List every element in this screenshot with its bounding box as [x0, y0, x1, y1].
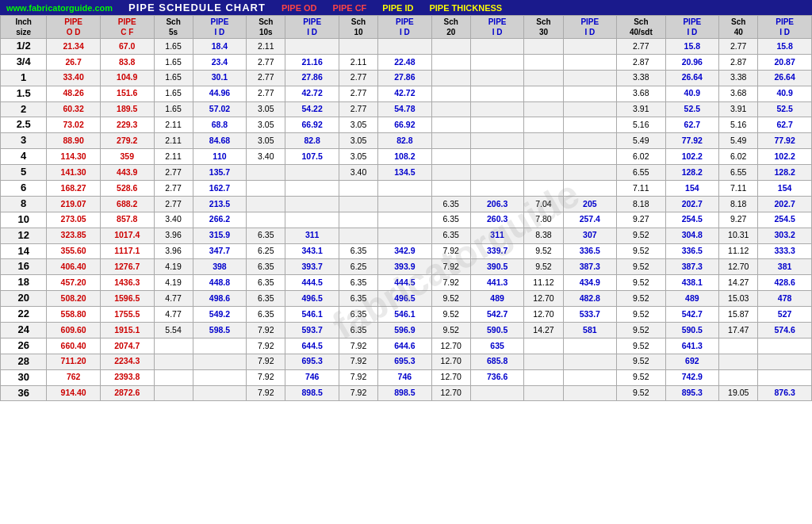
table-cell: 15.87 — [719, 307, 758, 323]
table-cell: 266.2 — [193, 212, 247, 228]
table-cell: 6.25 — [247, 243, 285, 259]
table-cell: 40.9 — [665, 86, 719, 101]
table-cell: 609.60 — [47, 323, 101, 338]
table-cell: 2 — [1, 101, 47, 117]
table-cell: 18.4 — [193, 39, 247, 55]
table-cell: 1.65 — [154, 39, 193, 55]
table-cell: 3.05 — [339, 149, 377, 165]
table-cell: 114.30 — [47, 149, 101, 165]
table-cell: 2.77 — [154, 181, 193, 197]
table-cell: 154 — [665, 181, 719, 197]
table-cell: 3.96 — [154, 228, 193, 243]
table-cell: 5.54 — [154, 323, 193, 338]
table-cell: 206.3 — [470, 196, 524, 212]
table-cell: 54.78 — [378, 101, 432, 117]
table-cell: 304.8 — [665, 228, 719, 243]
table-cell — [563, 70, 617, 86]
table-cell: 26.64 — [758, 70, 812, 86]
table-cell — [339, 196, 377, 212]
table-cell: 52.5 — [665, 101, 719, 117]
table-cell — [524, 165, 563, 181]
table-cell — [470, 385, 524, 401]
table-cell: 108.2 — [378, 149, 432, 165]
table-cell: 168.27 — [47, 181, 101, 197]
table-cell: 6.35 — [339, 243, 377, 259]
table-cell: 895.3 — [665, 385, 719, 401]
table-cell: 762 — [47, 369, 101, 385]
table-cell: 7.92 — [247, 369, 285, 385]
chart-title: PIPE SCHEDULE CHART — [128, 2, 266, 13]
table-cell: 3.05 — [247, 117, 285, 133]
table-cell: 2.11 — [154, 149, 193, 165]
table-row: 3/426.783.81.6523.42.7721.162.1122.482.8… — [1, 54, 812, 70]
table-cell: 6.35 — [247, 275, 285, 291]
table-container: Inchsize PIPEO D PIPEC F Sch5s PIPEI D S… — [0, 15, 812, 401]
table-cell: 7.92 — [247, 323, 285, 338]
table-cell: 12.70 — [431, 338, 470, 354]
table-cell: 695.3 — [285, 354, 339, 369]
table-cell: 15.8 — [758, 39, 812, 55]
table-cell: 66.92 — [285, 117, 339, 133]
table-row: 16406.401276.74.193986.35393.76.25393.97… — [1, 259, 812, 275]
table-cell: 27.86 — [285, 70, 339, 86]
table-cell — [431, 181, 470, 197]
table-cell: 1017.4 — [100, 228, 154, 243]
table-cell: 342.9 — [378, 243, 432, 259]
table-cell: 11.12 — [524, 275, 563, 291]
table-cell: 2393.8 — [100, 369, 154, 385]
table-cell: 558.80 — [47, 307, 101, 323]
table-cell: 1/2 — [1, 39, 47, 55]
table-row: 14355.601117.13.96347.76.25343.16.35342.… — [1, 243, 812, 259]
table-cell: 508.20 — [47, 291, 101, 307]
table-cell: 21.34 — [47, 39, 101, 55]
table-cell: 9.52 — [617, 259, 665, 275]
table-cell: 323.85 — [47, 228, 101, 243]
table-cell — [524, 101, 563, 117]
table-cell: 26 — [1, 338, 47, 354]
table-cell: 257.4 — [563, 212, 617, 228]
table-cell: 189.5 — [100, 101, 154, 117]
table-cell: 7.92 — [339, 385, 377, 401]
table-cell — [758, 369, 812, 385]
column-header-row: Inchsize PIPEO D PIPEC F Sch5s PIPEI D S… — [1, 16, 812, 39]
table-cell — [563, 338, 617, 354]
table-cell — [524, 133, 563, 149]
table-cell: 736.6 — [470, 369, 524, 385]
table-cell — [470, 117, 524, 133]
table-cell: 1.65 — [154, 101, 193, 117]
table-cell: 107.5 — [285, 149, 339, 165]
table-cell — [758, 338, 812, 354]
table-cell: 598.5 — [193, 323, 247, 338]
table-cell: 62.7 — [758, 117, 812, 133]
table-cell: 692 — [665, 354, 719, 369]
table-cell — [285, 165, 339, 181]
table-cell: 3.05 — [247, 101, 285, 117]
table-cell: 1.65 — [154, 70, 193, 86]
table-row: 12323.851017.43.96315.96.353116.353118.3… — [1, 228, 812, 243]
table-cell: 695.3 — [378, 354, 432, 369]
table-cell: 7.92 — [247, 354, 285, 369]
table-cell: 5.16 — [617, 117, 665, 133]
table-cell: 36 — [1, 385, 47, 401]
table-cell: 14 — [1, 243, 47, 259]
table-cell: 279.2 — [100, 133, 154, 149]
table-cell — [431, 149, 470, 165]
table-cell: 9.52 — [617, 243, 665, 259]
table-cell: 6 — [1, 181, 47, 197]
table-cell: 2.11 — [339, 54, 377, 70]
table-cell — [524, 117, 563, 133]
table-cell: 641.3 — [665, 338, 719, 354]
table-cell: 7.92 — [339, 338, 377, 354]
table-cell: 9.52 — [617, 323, 665, 338]
table-cell: 12.70 — [719, 259, 758, 275]
table-cell: 154 — [758, 181, 812, 197]
table-cell — [563, 117, 617, 133]
table-cell: 9.52 — [617, 291, 665, 307]
table-cell — [563, 133, 617, 149]
table-cell: 162.7 — [193, 181, 247, 197]
table-cell: 82.8 — [378, 133, 432, 149]
table-cell: 711.20 — [47, 354, 101, 369]
table-cell: 7.92 — [247, 385, 285, 401]
table-cell — [431, 117, 470, 133]
col-id7-header: PIPEI D — [758, 16, 812, 39]
